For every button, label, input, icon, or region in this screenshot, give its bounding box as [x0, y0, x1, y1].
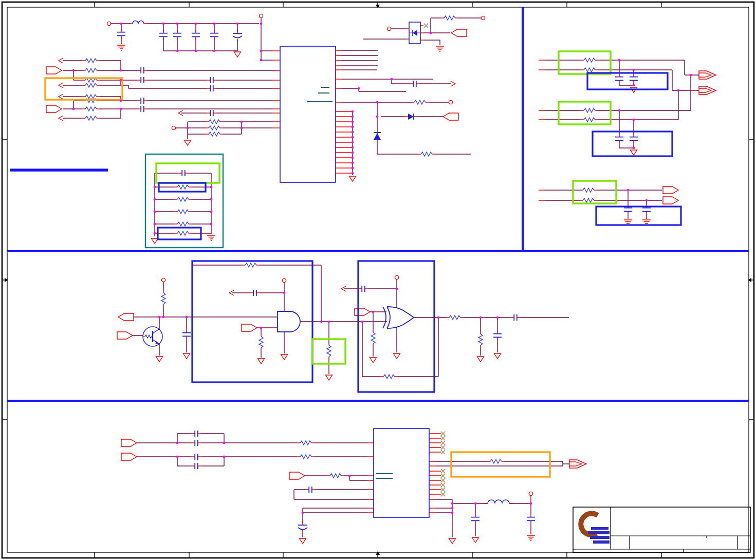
resistor	[441, 16, 458, 20]
port-double-chevron	[699, 86, 716, 95]
resistor	[174, 197, 192, 201]
no-connect-x	[441, 450, 445, 454]
section-dividers	[7, 7, 749, 401]
port-pentagon	[355, 308, 370, 315]
and-gate	[278, 311, 300, 332]
highlight-box-blue	[358, 261, 434, 392]
schematic-canvas	[0, 0, 756, 560]
resistor	[82, 68, 100, 72]
capacitor	[207, 77, 217, 83]
highlight-box-green	[559, 51, 611, 74]
capacitor	[615, 73, 623, 84]
no-connect-x	[441, 445, 445, 450]
capacitor	[493, 330, 502, 341]
terminal-circle	[449, 100, 452, 104]
capacitor	[137, 98, 147, 104]
capacitor	[137, 77, 147, 83]
capacitor	[471, 514, 480, 524]
port-pentagon	[118, 313, 134, 321]
resistor	[161, 290, 165, 307]
ground-earth	[207, 235, 215, 240]
junction-dots	[72, 23, 692, 514]
resistor	[380, 375, 398, 379]
logo-bar	[591, 527, 609, 530]
port-pentagon	[289, 472, 305, 479]
resistor	[478, 331, 483, 348]
ground-arrow	[258, 359, 265, 364]
resistor	[581, 68, 598, 72]
logo-bar	[593, 540, 610, 544]
ground-arrow	[183, 353, 190, 359]
ic-body	[374, 428, 429, 517]
capacitor	[615, 134, 623, 144]
logic-gate-section	[117, 261, 569, 392]
ground-arrow	[631, 150, 637, 155]
esd-protection-cell	[363, 16, 485, 51]
ic-body	[280, 46, 336, 182]
port-arrow-in	[59, 116, 63, 121]
terminal-circle	[529, 492, 532, 495]
port-arrow-in	[59, 94, 63, 99]
capacitor	[173, 30, 181, 40]
capacitor	[510, 314, 521, 321]
capacitor	[191, 440, 201, 446]
capacitor	[207, 110, 217, 116]
capacitor	[137, 106, 147, 112]
ground-arrow	[449, 538, 456, 544]
input-rc-network	[45, 58, 272, 145]
capacitor	[182, 329, 191, 340]
logo-bar	[588, 531, 610, 534]
resistor	[580, 188, 597, 192]
inductor	[130, 21, 147, 24]
ic-output-circuits	[342, 50, 471, 156]
resistor	[174, 222, 192, 226]
xor-gate	[383, 307, 414, 328]
capacitor	[630, 134, 638, 144]
highlight-box-blue	[192, 261, 312, 382]
ic-pin-bars	[307, 87, 333, 102]
port-pentagon	[663, 186, 678, 194]
capacitor	[207, 85, 217, 91]
resistor	[327, 474, 344, 478]
ground-arrow	[370, 358, 377, 363]
resistor	[82, 116, 100, 120]
resistor	[297, 455, 315, 459]
ground-arrow	[185, 140, 191, 145]
ground-arrow	[394, 353, 400, 359]
port-pentagon	[242, 324, 257, 331]
ground-arrow	[349, 176, 356, 181]
capacitor	[117, 29, 125, 39]
ground-arrow	[472, 537, 479, 543]
terminal-circle	[259, 14, 263, 17]
capacitor	[137, 67, 147, 73]
resistor-ladder-block	[145, 154, 223, 248]
terminal-circle	[282, 278, 286, 282]
port-pentagon	[121, 439, 137, 446]
inductor	[484, 500, 513, 503]
port-pentagon	[451, 29, 467, 36]
resistor	[174, 231, 192, 235]
capacitor	[410, 81, 420, 87]
no-connect-x	[441, 469, 445, 473]
terminal-circle	[161, 278, 165, 282]
port-arrow-in	[59, 58, 63, 63]
no-connect-x	[441, 478, 445, 482]
highlight-box-blue	[587, 73, 668, 89]
ground-arrow	[234, 52, 241, 57]
termination-network-a	[539, 51, 716, 225]
port-pentagon	[443, 113, 458, 120]
highlight-box-blue	[593, 132, 672, 156]
capacitor	[178, 170, 189, 176]
terminal-circle	[395, 275, 398, 279]
power-filter-circuit	[107, 14, 272, 60]
resistor	[487, 459, 505, 463]
protection-device	[409, 22, 420, 44]
ground-arrow	[326, 375, 333, 380]
port-pentagon	[46, 105, 62, 113]
no-connect-x	[441, 492, 445, 496]
ground-arrow	[281, 354, 288, 360]
highlight-box-blue	[596, 207, 681, 225]
capacitor	[527, 514, 535, 524]
no-connect-x	[441, 474, 445, 478]
resistor	[297, 441, 315, 445]
